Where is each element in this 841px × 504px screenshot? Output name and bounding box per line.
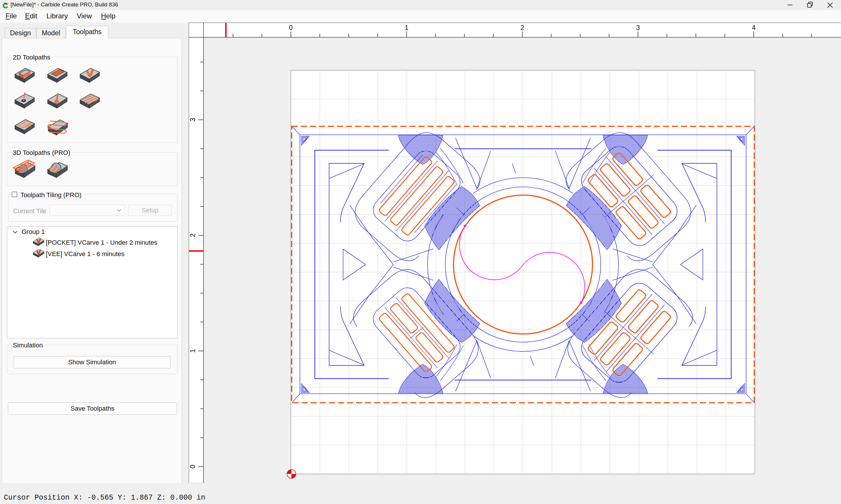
svg-text:1: 1 — [405, 24, 409, 32]
svg-text:0: 0 — [289, 24, 293, 32]
svg-text:2: 2 — [520, 24, 524, 32]
svg-text:1: 1 — [189, 349, 196, 353]
svg-text:3: 3 — [189, 118, 196, 122]
svg-text:3: 3 — [636, 24, 640, 32]
svg-text:2: 2 — [189, 234, 196, 237]
svg-text:0: 0 — [189, 465, 196, 468]
svg-text:4: 4 — [752, 24, 756, 32]
